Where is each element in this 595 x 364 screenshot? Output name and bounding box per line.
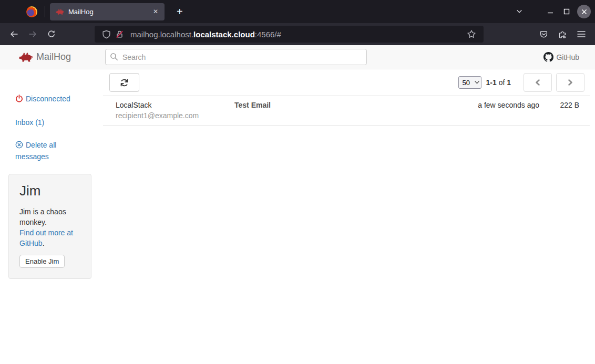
power-icon	[15, 95, 23, 105]
message-recipient: recipient1@example.com	[116, 110, 234, 121]
arrow-right-icon	[28, 30, 37, 38]
url-text: mailhog.localhost.localstack.cloud:4566/…	[130, 30, 465, 39]
inbox-label: Inbox (1)	[15, 118, 44, 127]
tab-close-icon[interactable]: ✕	[151, 7, 160, 16]
message-size: 222 B	[539, 100, 579, 121]
pocket-button[interactable]	[535, 26, 552, 43]
firefox-icon	[26, 6, 37, 17]
github-link[interactable]: GitHub	[543, 52, 579, 62]
browser-navbar: mailhog.localhost.localstack.cloud:4566/…	[0, 23, 595, 45]
mailhog-brand[interactable]: MailHog	[0, 51, 105, 63]
app-menu-button[interactable]	[572, 26, 590, 43]
chevron-right-icon	[567, 79, 573, 86]
page-size-select-wrap: 50	[458, 76, 481, 89]
insecure-lock-icon[interactable]	[115, 30, 124, 39]
connection-status[interactable]: Disconnected	[15, 93, 74, 105]
message-subject: Test Email	[234, 100, 478, 121]
brand-name: MailHog	[36, 51, 71, 63]
maximize-icon	[563, 8, 570, 15]
back-button[interactable]	[5, 26, 23, 43]
mailhog-logo-icon	[19, 52, 33, 63]
prev-page-button[interactable]	[524, 73, 552, 92]
refresh-button[interactable]	[109, 73, 139, 92]
tab-list-button[interactable]	[510, 4, 528, 19]
jim-link-period: .	[43, 238, 45, 247]
pocket-icon	[539, 30, 548, 39]
jim-github-link[interactable]: Find out more at GitHub	[19, 228, 73, 247]
sidebar-item-delete-all[interactable]: Delete all messages	[15, 140, 74, 162]
browser-titlebar: MailHog ✕ +	[0, 0, 595, 23]
message-list: LocalStack recipient1@example.com Test E…	[103, 96, 590, 126]
search-icon	[110, 53, 118, 61]
tab-title: MailHog	[68, 8, 151, 16]
reload-button[interactable]	[43, 26, 60, 43]
window-close-button[interactable]	[577, 5, 591, 18]
extensions-button[interactable]	[553, 26, 571, 43]
hamburger-menu-icon	[577, 30, 586, 38]
maximize-button[interactable]	[558, 4, 575, 20]
github-icon	[543, 52, 553, 62]
next-page-button[interactable]	[556, 73, 584, 92]
firefox-view-button[interactable]	[23, 3, 40, 20]
message-toolbar: 50 1-1 of 1	[103, 69, 590, 96]
main-panel: 50 1-1 of 1 LocalStack recipient1@exampl…	[103, 69, 590, 364]
puzzle-piece-icon	[558, 30, 567, 39]
jim-title: Jim	[19, 183, 80, 199]
delete-all-icon	[15, 141, 23, 151]
sidebar-item-inbox[interactable]: Inbox (1)	[15, 117, 74, 128]
mailhog-favicon-icon	[56, 8, 64, 15]
search-input[interactable]	[105, 49, 367, 65]
message-time: a few seconds ago	[478, 100, 539, 121]
jim-panel: Jim Jim is a chaos monkey. Find out more…	[8, 174, 91, 279]
arrow-left-icon	[9, 30, 18, 38]
close-icon	[581, 9, 587, 15]
shield-icon[interactable]	[102, 30, 111, 39]
minimize-button[interactable]	[542, 4, 558, 20]
status-label: Disconnected	[26, 95, 70, 103]
browser-tab-mailhog[interactable]: MailHog ✕	[50, 3, 165, 20]
refresh-icon	[120, 78, 129, 87]
message-row[interactable]: LocalStack recipient1@example.com Test E…	[103, 96, 590, 126]
message-sender: LocalStack	[116, 100, 234, 110]
jim-description: Jim is a chaos monkey.	[19, 206, 80, 227]
page-size-select[interactable]: 50	[458, 76, 481, 89]
chevron-down-icon	[516, 8, 523, 15]
mailhog-header: MailHog GitHub	[0, 45, 595, 69]
url-bar[interactable]: mailhog.localhost.localstack.cloud:4566/…	[95, 26, 484, 43]
sidebar: Disconnected Inbox (1) Delete all messag…	[0, 69, 103, 364]
new-tab-button[interactable]: +	[172, 5, 188, 19]
reload-icon	[47, 30, 56, 38]
enable-jim-button[interactable]: Enable Jim	[19, 255, 65, 268]
chevron-left-icon	[535, 79, 541, 86]
github-label: GitHub	[556, 53, 579, 61]
minimize-icon	[547, 8, 553, 15]
bookmark-star-icon[interactable]	[467, 29, 476, 39]
pagination-range: 1-1 of 1	[486, 78, 511, 87]
titlebar-separator	[45, 6, 45, 17]
forward-button[interactable]	[24, 26, 42, 43]
